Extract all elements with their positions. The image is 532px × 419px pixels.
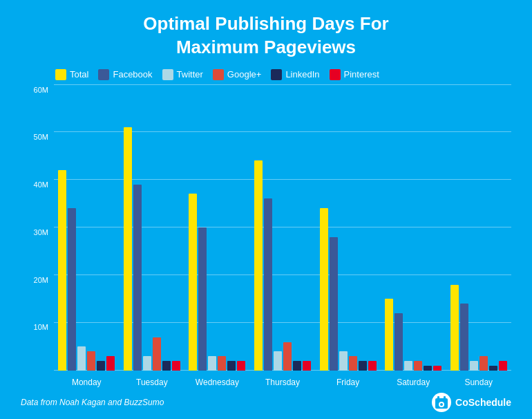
bars-group	[448, 84, 510, 371]
y-axis-label: 30M	[34, 228, 48, 236]
bar-googleplus	[479, 356, 488, 371]
chart-title: Optimal Publishing Days For Maximum Page…	[143, 12, 388, 59]
day-label: Saturday	[397, 378, 430, 387]
legend-item-linkedin: LinkedIn	[271, 69, 319, 80]
day-group-wednesday: Wednesday	[184, 84, 250, 371]
legend-item-pinterest: Pinterest	[330, 69, 379, 80]
bar-total	[320, 208, 328, 371]
svg-rect-3	[435, 401, 448, 402]
brand-name: CoSchedule	[455, 397, 511, 408]
bar-facebook	[395, 313, 403, 371]
y-axis-label: 40M	[34, 180, 48, 189]
footer-brand: CoSchedule	[432, 393, 511, 412]
legend-swatch-total	[55, 69, 66, 80]
legend-label-linkedin: LinkedIn	[285, 69, 319, 80]
legend: Total Facebook Twitter Google+ LinkedIn …	[21, 69, 511, 80]
svg-rect-1	[437, 396, 439, 400]
chart-inner: MondayTuesdayWednesdayThursdayFridaySatu…	[54, 84, 511, 390]
bars-group	[251, 84, 314, 371]
legend-label-total: Total	[70, 69, 88, 80]
bar-googleplus	[87, 351, 95, 371]
day-group-monday: Monday	[54, 84, 120, 371]
bar-pinterest	[172, 361, 180, 371]
bars-group	[186, 84, 248, 371]
bars-group	[382, 84, 444, 371]
legend-label-twitter: Twitter	[177, 69, 203, 80]
bar-pinterest	[106, 356, 115, 371]
legend-item-googleplus: Google+	[213, 69, 262, 80]
bar-facebook	[264, 198, 272, 371]
footer: Data from Noah Kagan and BuzzSumo CoSche…	[21, 390, 511, 412]
chart-area: Total Facebook Twitter Google+ LinkedIn …	[21, 69, 511, 390]
y-axis: 60M50M40M30M20M10M	[21, 84, 54, 390]
bar-pinterest	[237, 361, 245, 371]
y-axis-label: 50M	[34, 133, 48, 141]
bar-googleplus	[218, 356, 226, 371]
bar-pinterest	[368, 361, 377, 371]
y-axis-label: 10M	[34, 323, 48, 331]
day-label: Sunday	[464, 378, 493, 387]
bar-linkedin	[227, 361, 236, 371]
bar-facebook	[330, 237, 338, 371]
day-label: Friday	[336, 378, 359, 387]
legend-label-facebook: Facebook	[113, 69, 152, 80]
bar-linkedin	[293, 361, 301, 371]
bars-group	[317, 84, 379, 371]
legend-item-facebook: Facebook	[98, 69, 152, 80]
day-label: Thursday	[265, 378, 300, 387]
bar-facebook	[133, 185, 142, 371]
bars-group	[121, 84, 183, 371]
day-group-friday: Friday	[315, 84, 381, 371]
bars-row: MondayTuesdayWednesdayThursdayFridaySatu…	[54, 84, 511, 390]
svg-rect-2	[444, 396, 446, 400]
y-axis-label: 20M	[34, 276, 48, 284]
bar-facebook	[68, 208, 76, 371]
bar-twitter	[339, 351, 348, 371]
bar-googleplus	[153, 337, 161, 371]
main-container: Optimal Publishing Days For Maximum Page…	[0, 0, 532, 419]
bar-twitter	[274, 351, 282, 371]
bar-linkedin	[424, 366, 432, 371]
legend-label-pinterest: Pinterest	[344, 69, 379, 80]
bar-twitter	[470, 361, 478, 371]
bar-twitter	[404, 361, 412, 371]
legend-swatch-twitter	[162, 69, 173, 80]
day-group-thursday: Thursday	[250, 84, 316, 371]
day-group-tuesday: Tuesday	[120, 84, 185, 371]
bar-pinterest	[499, 361, 507, 371]
bar-total	[58, 170, 66, 371]
graph-wrapper: 60M50M40M30M20M10M MondayTuesdayWednesda…	[21, 84, 511, 390]
day-label: Tuesday	[136, 378, 168, 387]
bar-googleplus	[414, 361, 422, 371]
bar-twitter	[143, 356, 151, 371]
day-label: Monday	[72, 378, 102, 387]
bar-pinterest	[433, 366, 441, 371]
footer-source: Data from Noah Kagan and BuzzSumo	[21, 398, 164, 407]
brand-logo	[432, 393, 451, 412]
bar-twitter	[208, 356, 216, 371]
legend-swatch-linkedin	[271, 69, 282, 80]
legend-item-twitter: Twitter	[162, 69, 203, 80]
legend-swatch-facebook	[98, 69, 109, 80]
legend-swatch-pinterest	[330, 69, 341, 80]
day-group-saturday: Saturday	[381, 84, 446, 371]
bar-linkedin	[489, 366, 497, 371]
svg-point-5	[440, 403, 443, 406]
bar-facebook	[198, 227, 207, 371]
bar-total	[385, 299, 393, 371]
bar-linkedin	[359, 361, 367, 371]
legend-swatch-googleplus	[213, 69, 224, 80]
bar-total	[124, 127, 132, 371]
day-group-sunday: Sunday	[446, 84, 511, 371]
bar-linkedin	[162, 361, 171, 371]
bar-total	[189, 194, 197, 371]
day-label: Wednesday	[196, 378, 239, 387]
legend-item-total: Total	[55, 69, 88, 80]
bar-googleplus	[283, 342, 292, 371]
y-axis-label: 60M	[34, 86, 48, 94]
bar-total	[450, 285, 459, 371]
bar-googleplus	[349, 356, 357, 371]
bar-pinterest	[303, 361, 311, 371]
bars-group	[55, 84, 117, 371]
bar-total	[254, 160, 263, 371]
